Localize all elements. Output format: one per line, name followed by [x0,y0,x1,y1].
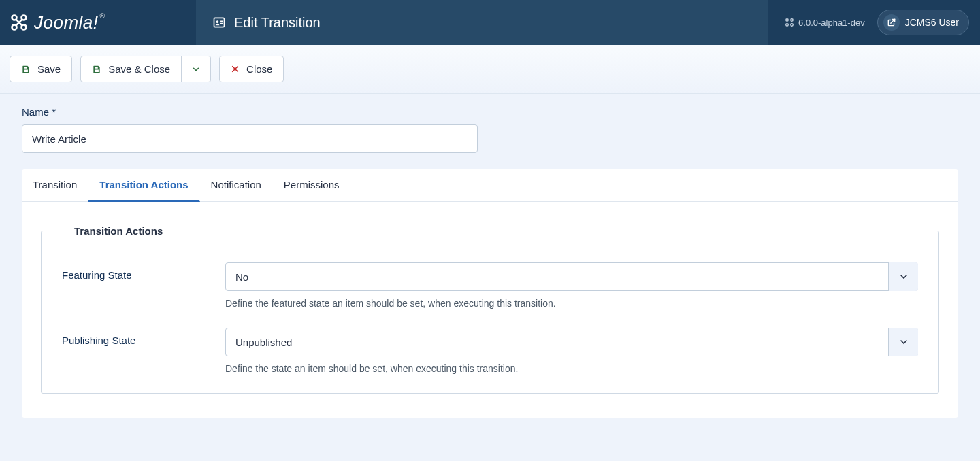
user-name: JCMS6 User [905,17,959,28]
external-link-icon [883,14,900,31]
joomla-mini-icon [785,18,794,27]
name-input[interactable] [22,124,478,153]
publishing-state-help: Define the state an item should be set, … [225,363,918,374]
user-menu[interactable]: JCMS6 User [877,10,969,35]
tab-permissions[interactable]: Permissions [273,169,351,201]
svg-rect-6 [220,21,223,22]
save-dropdown-button[interactable] [182,56,211,82]
chevron-down-icon [191,65,201,74]
publishing-state-label: Publishing State [62,328,225,374]
transition-actions-fieldset: Transition Actions Featuring State No [41,225,939,394]
brand[interactable]: Joomla! ® [0,0,196,45]
featuring-state-help: Define the featured state an item should… [225,298,918,309]
tab-notification[interactable]: Notification [200,169,273,201]
svg-point-8 [786,19,789,22]
tab-transition-actions[interactable]: Transition Actions [88,169,199,202]
fieldset-legend: Transition Actions [67,225,169,237]
svg-rect-4 [214,18,225,27]
header-right: 6.0.0-alpha1-dev JCMS6 User [768,0,980,45]
close-icon [231,65,240,73]
save-label: Save [37,63,61,75]
version-text: 6.0.0-alpha1-dev [798,18,865,28]
featuring-state-label: Featuring State [62,262,225,309]
tab-row: Transition Transition Actions Notificati… [22,169,958,202]
featuring-state-select-wrap: No [225,262,918,291]
version-badge[interactable]: 6.0.0-alpha1-dev [785,18,865,28]
svg-point-10 [786,24,789,27]
publishing-state-select-wrap: Unpublished [225,328,918,356]
brand-name: Joomla! [34,12,99,33]
address-card-icon [212,16,226,29]
save-button[interactable]: Save [10,56,72,82]
close-label: Close [246,63,272,75]
featuring-state-select[interactable]: No [225,262,918,291]
svg-rect-7 [220,23,223,24]
brand-mark-symbol: ® [100,12,105,20]
app-header: Joomla! ® Edit Transition 6.0.0-alpha1-d… [0,0,980,45]
name-label: Name * [22,106,958,118]
save-icon [92,65,101,74]
save-close-group: Save & Close [80,56,211,82]
svg-point-9 [791,19,794,22]
tabs-card: Transition Transition Actions Notificati… [22,169,958,418]
action-toolbar: Save Save & Close Close [0,45,980,94]
svg-point-11 [791,24,794,27]
save-icon [21,65,31,74]
svg-point-5 [216,20,219,23]
publishing-state-row: Publishing State Unpublished Define the … [62,328,918,374]
tab-transition[interactable]: Transition [22,169,88,201]
content-area: Name * Transition Transition Actions Not… [0,94,980,445]
close-button[interactable]: Close [219,56,284,82]
joomla-logo-icon [10,13,29,32]
tab-body: Transition Actions Featuring State No [22,202,958,418]
save-close-label: Save & Close [108,63,170,75]
featuring-state-row: Featuring State No Define the featured s… [62,262,918,309]
save-close-button[interactable]: Save & Close [80,56,182,82]
page-title-block: Edit Transition [196,0,768,45]
page-title: Edit Transition [234,15,321,31]
publishing-state-select[interactable]: Unpublished [225,328,918,356]
